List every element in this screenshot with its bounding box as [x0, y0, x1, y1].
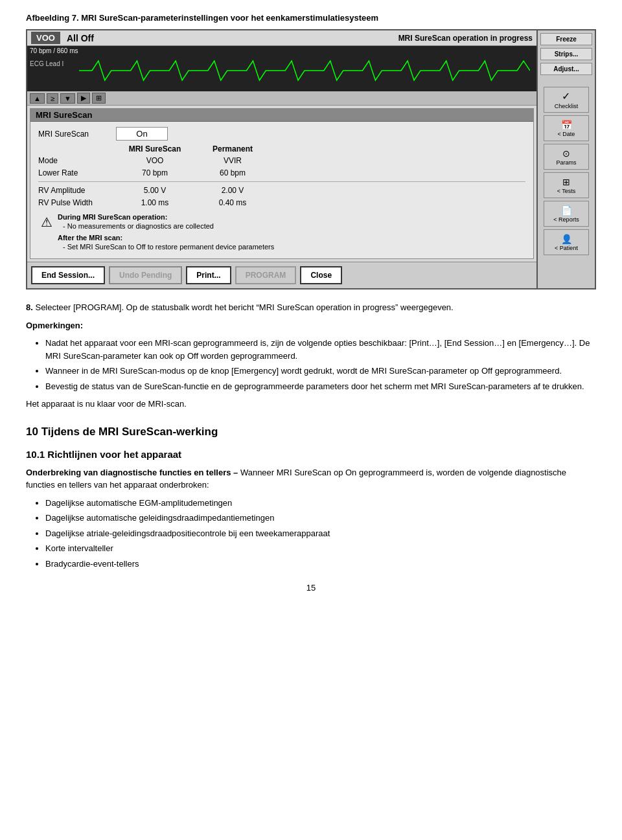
tests-icon-group: ⊞ < Tests	[557, 177, 576, 194]
figure-title: Afbeelding 7. MRI SureScan-parameterinst…	[26, 13, 596, 23]
warning-during-title: During MRI SureScan operation:	[58, 213, 274, 221]
patient-button[interactable]: 👤 < Patient	[544, 229, 589, 255]
patient-icon: 👤	[561, 234, 572, 244]
diagnostic-list: Dagelijkse automatische EGM-amplitudemet…	[45, 497, 596, 571]
diag-item-1: Dagelijkse automatische EGM-amplitudemet…	[45, 497, 596, 510]
remark-3: Bevestig de status van de SureScan-funct…	[45, 380, 596, 393]
mode-mri-val: VOO	[116, 156, 194, 165]
reports-button[interactable]: 📄 < Reports	[544, 201, 589, 227]
checklist-label: Checklist	[555, 103, 579, 109]
print-button[interactable]: Print...	[186, 266, 231, 284]
lower-rate-row: Lower Rate 70 bpm 60 bpm	[38, 168, 525, 177]
params-icon-group: ⊙ Params	[556, 148, 576, 166]
device-sidebar: Freeze Strips... Adjust... ✓ Checklist 📅…	[538, 30, 595, 288]
diagnostic-paragraph: Onderbreking van diagnostische functies …	[26, 466, 596, 492]
ready-text: Het apparaat is nu klaar voor de MRI-sca…	[26, 398, 596, 411]
adjust-button[interactable]: Adjust...	[540, 63, 592, 75]
body-text: 8. Selecteer [PROGRAM]. Op de statusbalk…	[26, 301, 596, 570]
figure-title-label: Afbeelding 7.	[26, 13, 79, 23]
patient-icon-group: 👤 < Patient	[555, 234, 578, 251]
mode-indicator: VOO	[31, 32, 60, 44]
rv-amplitude-mri-val: 5.00 V	[116, 186, 194, 195]
col-header-mri: MRI SureScan	[116, 144, 194, 153]
warning-during-item: - No measurements or diagnostics are col…	[63, 222, 274, 230]
diagnostic-bold: Onderbreking van diagnostische functies …	[26, 468, 238, 477]
reports-label: < Reports	[553, 216, 579, 223]
ctrl-down[interactable]: ▼	[60, 93, 75, 104]
mode-row: Mode VOO VVIR	[38, 156, 525, 165]
date-label: < Date	[558, 131, 575, 137]
step8-content: Selecteer [PROGRAM]. Op de statusbalk wo…	[35, 302, 453, 312]
waveform-area: 70 bpm / 860 ms ECG Lead I	[27, 46, 536, 91]
mode-perm-val: VVIR	[194, 156, 271, 165]
reports-icon: 📄	[561, 205, 572, 216]
ecg-label: ECG Lead I	[30, 60, 63, 67]
diag-item-2: Dagelijkse automatische geleidingsdraadi…	[45, 512, 596, 525]
ctrl-right[interactable]: ▶	[77, 93, 90, 104]
device-main-panel: VOO All Off MRI SureScan operation in pr…	[27, 30, 538, 288]
warning-after-item: - Set MRI SureScan to Off to restore per…	[63, 243, 274, 251]
strips-button[interactable]: Strips...	[540, 48, 592, 60]
switch-indicator: All Off	[67, 33, 94, 43]
close-button[interactable]: Close	[300, 266, 342, 284]
opmerkingen-label: Opmerkingen:	[26, 319, 596, 332]
remarks-list: Nadat het apparaat voor een MRI-scan gep…	[45, 337, 596, 392]
step8-paragraph: 8. Selecteer [PROGRAM]. Op de statusbalk…	[26, 301, 596, 314]
program-button[interactable]: PROGRAM	[235, 266, 297, 284]
bottom-buttons: End Session... Undo Pending Print... PRO…	[27, 262, 536, 288]
diag-item-3: Dagelijkse atriale-geleidingsdraadpositi…	[45, 527, 596, 540]
mri-panel-body: MRI SureScan On MRI SureScan Permanent M…	[30, 122, 533, 258]
ctrl-up[interactable]: ▲	[30, 93, 45, 104]
end-session-button[interactable]: End Session...	[31, 266, 105, 284]
figure-subtitle-label: MRI SureScan-parameterinstellingen voor …	[81, 13, 378, 23]
mri-panel-title: MRI SureScan	[30, 109, 533, 122]
params-label: Params	[556, 159, 576, 166]
page-number: 15	[26, 583, 596, 593]
table-headers: MRI SureScan Permanent	[116, 144, 525, 153]
warning-after-title: After the MRI scan:	[58, 234, 274, 242]
lower-rate-label: Lower Rate	[38, 168, 116, 177]
rv-pulse-mri-val: 1.00 ms	[116, 198, 194, 207]
section10-1-heading: 10.1 Richtlijnen voor het apparaat	[26, 448, 596, 462]
warning-content: During MRI SureScan operation: - No meas…	[58, 213, 274, 251]
tests-icon: ⊞	[562, 177, 570, 187]
ctrl-grid[interactable]: ⊞	[92, 93, 106, 104]
step8-number: 8.	[26, 302, 33, 312]
bpm-label: 70 bpm / 860 ms	[30, 47, 78, 54]
checklist-button[interactable]: ✓ Checklist	[544, 87, 589, 113]
rv-pulse-label: RV Pulse Width	[38, 198, 116, 207]
params-icon: ⊙	[562, 148, 570, 159]
device-screen: VOO All Off MRI SureScan operation in pr…	[26, 29, 596, 289]
status-indicator: MRI SureScan operation in progress	[398, 34, 533, 43]
mri-surescan-field-label: MRI SureScan	[38, 130, 116, 139]
remark-1: Nadat het apparaat voor een MRI-scan gep…	[45, 337, 596, 362]
opmerkingen-title: Opmerkingen:	[26, 321, 83, 330]
tests-button[interactable]: ⊞ < Tests	[544, 172, 589, 198]
rv-amplitude-label: RV Amplitude	[38, 186, 116, 195]
date-button[interactable]: 📅 < Date	[544, 115, 589, 141]
params-button[interactable]: ⊙ Params	[544, 144, 589, 170]
mri-surescan-value[interactable]: On	[116, 127, 168, 141]
lower-rate-mri-val: 70 bpm	[116, 168, 194, 177]
patient-label: < Patient	[555, 245, 578, 251]
after-scan-box: After the MRI scan: - Set MRI SureScan t…	[58, 234, 274, 251]
warning-box: ⚠ During MRI SureScan operation: - No me…	[38, 210, 525, 253]
diag-item-4: Korte intervalteller	[45, 542, 596, 555]
controls-strip: ▲ ≥ ▼ ▶ ⊞	[27, 91, 536, 106]
checklist-icon-group: ✓ Checklist	[555, 90, 579, 109]
diag-item-5: Bradycardie-event-tellers	[45, 558, 596, 571]
rv-amplitude-perm-val: 2.00 V	[194, 186, 271, 195]
remark-2: Wanneer in de MRI SureScan-modus op de k…	[45, 365, 596, 378]
date-icon-group: 📅 < Date	[558, 120, 575, 137]
undo-pending-button[interactable]: Undo Pending	[109, 266, 182, 284]
warning-icon: ⚠	[41, 214, 52, 230]
mode-label: Mode	[38, 156, 116, 165]
reports-icon-group: 📄 < Reports	[553, 205, 579, 223]
ctrl-ge[interactable]: ≥	[47, 93, 58, 104]
col-header-permanent: Permanent	[194, 144, 271, 153]
tests-label: < Tests	[557, 188, 576, 194]
mri-panel: MRI SureScan MRI SureScan On MRI SureSca…	[30, 108, 534, 259]
mri-surescan-row: MRI SureScan On	[38, 127, 525, 141]
date-icon: 📅	[561, 120, 572, 130]
freeze-button[interactable]: Freeze	[540, 33, 592, 45]
